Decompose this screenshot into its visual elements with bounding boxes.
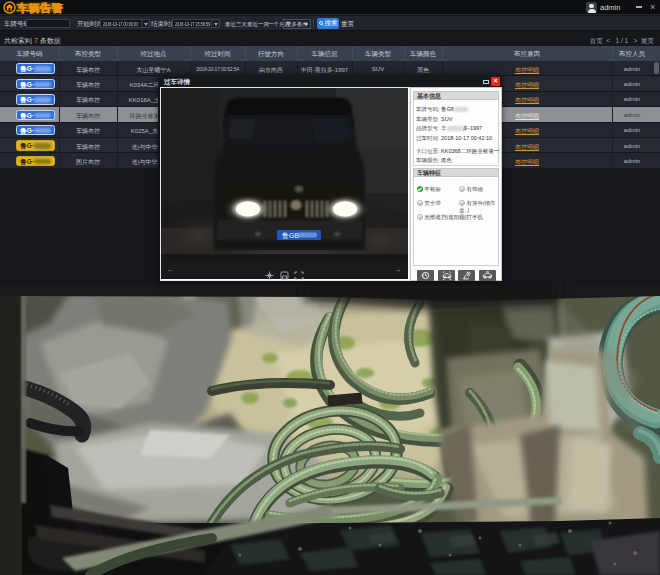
svg-text:鲁GB: 鲁GB — [282, 232, 299, 240]
